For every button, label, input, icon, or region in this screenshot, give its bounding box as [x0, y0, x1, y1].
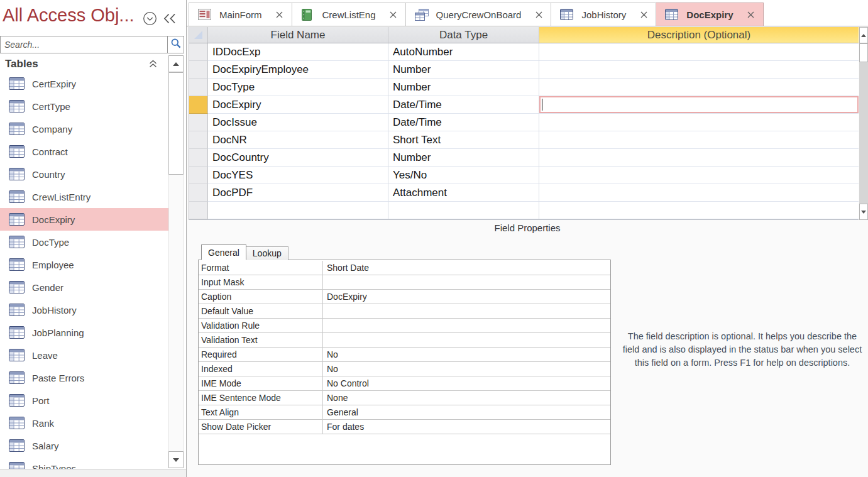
field-name-cell[interactable]: DocIssue — [208, 114, 388, 131]
row-selector[interactable] — [189, 96, 208, 114]
property-row[interactable]: Validation Rule — [199, 319, 610, 333]
object-tab[interactable]: JobHistory — [551, 3, 656, 26]
data-type-cell[interactable]: Number — [388, 79, 539, 96]
table-list-item[interactable]: DocExpiry — [0, 208, 168, 231]
property-row[interactable]: Caption DocExpiry — [199, 290, 610, 304]
data-type-cell[interactable]: Short Text — [388, 131, 539, 149]
row-selector[interactable] — [189, 61, 208, 79]
object-tab[interactable]: CrewListEng — [292, 3, 406, 26]
property-row[interactable]: IME Mode No Control — [199, 376, 610, 391]
property-value[interactable] — [323, 275, 610, 289]
search-button[interactable] — [167, 36, 184, 53]
row-selector[interactable] — [189, 43, 208, 61]
property-row[interactable]: Input Mask — [199, 275, 610, 290]
table-list-item[interactable]: DocType — [0, 231, 168, 253]
field-name-cell[interactable]: DocType — [208, 79, 388, 96]
table-list-item[interactable]: JobHistory — [0, 299, 168, 321]
data-type-cell[interactable]: AutoNumber — [388, 43, 539, 61]
shutter-bar-collapse-icon[interactable] — [163, 13, 177, 24]
field-name-cell[interactable]: DocExpiry — [208, 96, 388, 114]
table-list-item[interactable]: Leave — [0, 344, 168, 366]
property-value[interactable]: Short Date — [323, 261, 610, 275]
search-input[interactable] — [0, 36, 167, 53]
table-list-item[interactable]: Gender — [0, 276, 168, 299]
table-list-item[interactable]: Country — [0, 163, 168, 185]
sidebar-scrollbar[interactable] — [168, 55, 184, 468]
description-cell[interactable] — [539, 131, 859, 149]
data-type-cell[interactable] — [388, 202, 539, 219]
grid-scrollbar[interactable] — [859, 27, 868, 220]
field-name-cell[interactable]: DocExpiryEmployee — [208, 61, 388, 79]
field-name-cell[interactable] — [208, 202, 388, 219]
scrollbar-thumb[interactable] — [859, 43, 868, 62]
data-type-cell[interactable]: Attachment — [388, 184, 539, 202]
property-value[interactable] — [323, 304, 610, 318]
description-cell[interactable] — [539, 202, 859, 219]
property-row[interactable]: Text Align General — [199, 405, 610, 420]
property-value[interactable]: No — [323, 348, 610, 361]
tab-lookup[interactable]: Lookup — [246, 246, 288, 260]
data-type-cell[interactable]: Date/Time — [388, 96, 539, 114]
navigation-pane-title[interactable]: All Access Obj... — [3, 5, 142, 31]
table-list-item[interactable]: JobPlanning — [0, 321, 168, 344]
property-row[interactable]: Format Short Date — [199, 261, 610, 275]
close-tab-icon[interactable] — [640, 11, 647, 18]
property-value[interactable] — [323, 319, 610, 332]
table-list-item[interactable]: CertExpiry — [0, 72, 168, 95]
property-value[interactable]: General — [323, 405, 610, 419]
table-list-item[interactable]: CertType — [0, 95, 168, 118]
property-row[interactable]: IME Sentence Mode None — [199, 391, 610, 405]
collapse-group-icon[interactable] — [148, 59, 158, 69]
row-selector[interactable] — [189, 149, 208, 167]
row-selector[interactable] — [189, 184, 208, 202]
table-list-item[interactable]: Paste Errors — [0, 366, 168, 389]
description-cell[interactable] — [539, 167, 859, 184]
close-tab-icon[interactable] — [535, 11, 542, 18]
table-list-item[interactable]: Salary — [0, 434, 168, 457]
property-row[interactable]: Default Value — [199, 304, 610, 319]
object-tab[interactable]: QueryCrewOnBoard — [406, 3, 552, 26]
table-list-item[interactable]: Rank — [0, 412, 168, 434]
row-selector[interactable] — [189, 131, 208, 149]
tab-general[interactable]: General — [201, 244, 246, 260]
description-cell[interactable] — [539, 79, 859, 96]
description-cell[interactable] — [539, 114, 859, 131]
description-cell[interactable] — [539, 184, 859, 202]
description-cell[interactable] — [539, 61, 859, 79]
field-name-cell[interactable]: DocYES — [208, 167, 388, 184]
data-type-cell[interactable]: Number — [388, 61, 539, 79]
property-value[interactable]: None — [323, 391, 610, 405]
data-type-cell[interactable]: Number — [388, 149, 539, 167]
row-selector[interactable] — [189, 202, 208, 219]
property-value[interactable]: No — [323, 362, 610, 376]
data-type-cell[interactable]: Date/Time — [388, 114, 539, 131]
description-cell[interactable] — [539, 149, 859, 167]
row-selector[interactable] — [189, 79, 208, 96]
table-list-item[interactable]: Port — [0, 389, 168, 412]
navigation-menu-dropdown-icon[interactable] — [143, 11, 157, 26]
property-value[interactable] — [323, 333, 610, 347]
tables-group-header[interactable]: Tables — [0, 55, 168, 72]
close-tab-icon[interactable] — [747, 11, 755, 18]
scroll-up-button[interactable] — [168, 55, 184, 72]
field-name-cell[interactable]: IDDocExp — [208, 43, 388, 61]
field-name-cell[interactable]: DocNR — [208, 131, 388, 149]
property-value[interactable]: For dates — [323, 420, 610, 434]
property-row[interactable]: Show Date Picker For dates — [199, 420, 610, 434]
scroll-down-button[interactable] — [859, 204, 868, 220]
description-cell[interactable] — [539, 43, 859, 61]
scrollbar-thumb[interactable] — [168, 72, 184, 175]
field-name-cell[interactable]: DocCountry — [208, 149, 388, 167]
description-cell[interactable] — [539, 96, 859, 114]
table-list-item[interactable]: Company — [0, 118, 168, 140]
scroll-down-button[interactable] — [168, 451, 184, 468]
field-name-cell[interactable]: DocPDF — [208, 184, 388, 202]
property-value[interactable]: DocExpiry — [323, 290, 610, 304]
property-row[interactable]: Indexed No — [199, 362, 610, 376]
row-selector[interactable] — [189, 167, 208, 184]
property-row[interactable]: Validation Text — [199, 333, 610, 348]
row-selector[interactable] — [189, 114, 208, 131]
object-tab[interactable]: MainForm — [189, 3, 292, 26]
table-list-item[interactable]: Employee — [0, 253, 168, 276]
table-list-item[interactable]: CrewListEntry — [0, 185, 168, 208]
